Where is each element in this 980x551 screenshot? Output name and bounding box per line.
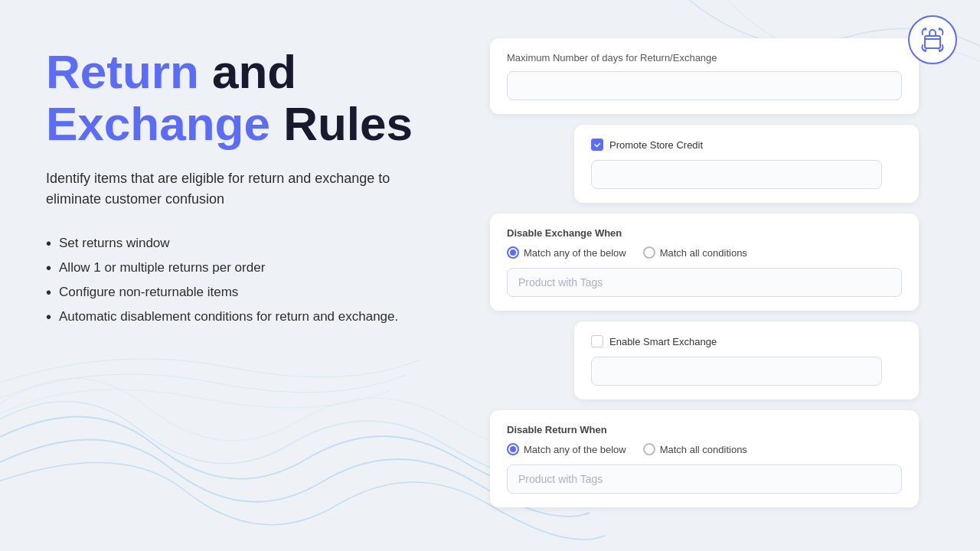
enable-smart-exchange-card: Enable Smart Exchange	[574, 321, 919, 399]
promote-store-credit-card: Promote Store Credit	[574, 125, 919, 203]
hero-title-exchange: Exchange	[46, 97, 270, 150]
disable-return-card: Disable Return When Match any of the bel…	[490, 410, 919, 507]
disable-return-any-label: Match any of the below	[524, 444, 626, 455]
feature-item-1: Set returns window	[46, 233, 444, 254]
hero-title-and: and	[212, 45, 296, 98]
return-radio-any-inner	[510, 446, 516, 452]
promote-store-credit-checkbox[interactable]	[591, 139, 603, 151]
hero-title-rules: Rules	[283, 97, 413, 150]
disable-exchange-card: Disable Exchange When Match any of the b…	[490, 214, 919, 311]
promote-store-credit-input[interactable]	[591, 160, 882, 189]
logo-circle	[908, 15, 957, 64]
hero-title-return: Return	[46, 45, 199, 98]
disable-exchange-input[interactable]	[507, 268, 902, 297]
hero-title: Return and Exchange Rules	[46, 46, 444, 150]
feature-item-2: Allow 1 or multiple returns per order	[46, 257, 444, 279]
feature-item-3: Configure non-returnable items	[46, 282, 444, 303]
left-panel: Return and Exchange Rules Identify items…	[46, 31, 444, 331]
promote-store-credit-label: Promote Store Credit	[609, 139, 703, 151]
disable-return-radio-row: Match any of the below Match all conditi…	[507, 443, 902, 455]
enable-smart-exchange-row: Enable Smart Exchange	[591, 335, 902, 347]
logo-icon	[918, 25, 947, 54]
radio-any-outer	[507, 246, 519, 259]
disable-return-radio-any[interactable]: Match any of the below	[507, 443, 626, 455]
max-days-input[interactable]	[507, 71, 902, 100]
enable-smart-exchange-checkbox[interactable]	[591, 335, 603, 347]
svg-rect-0	[925, 36, 940, 48]
disable-return-all-label: Match all conditions	[660, 444, 747, 455]
disable-exchange-all-label: Match all conditions	[660, 247, 747, 259]
enable-smart-exchange-input[interactable]	[591, 357, 882, 386]
radio-all-outer	[643, 246, 655, 259]
disable-return-radio-all[interactable]: Match all conditions	[643, 443, 747, 455]
right-panel: Maximum Number of days for Return/Exchan…	[490, 31, 919, 507]
return-radio-all-outer	[643, 443, 655, 455]
radio-any-inner	[510, 249, 516, 256]
disable-return-input[interactable]	[507, 465, 902, 494]
hero-subtitle: Identify items that are eligible for ret…	[46, 168, 398, 210]
disable-exchange-radio-all[interactable]: Match all conditions	[643, 246, 747, 259]
feature-item-4: Automatic disablement conditions for ret…	[46, 306, 444, 328]
logo-container	[908, 15, 957, 64]
max-days-label: Maximum Number of days for Return/Exchan…	[507, 52, 902, 64]
disable-return-label: Disable Return When	[507, 424, 902, 435]
disable-exchange-any-label: Match any of the below	[524, 247, 626, 259]
check-icon	[593, 141, 601, 148]
promote-store-credit-row: Promote Store Credit	[591, 139, 902, 151]
disable-exchange-radio-row: Match any of the below Match all conditi…	[507, 246, 902, 259]
enable-smart-exchange-label: Enable Smart Exchange	[609, 336, 717, 347]
disable-exchange-label: Disable Exchange When	[507, 227, 902, 239]
disable-exchange-radio-any[interactable]: Match any of the below	[507, 246, 626, 259]
max-days-card: Maximum Number of days for Return/Exchan…	[490, 38, 919, 114]
features-list: Set returns window Allow 1 or multiple r…	[46, 233, 444, 328]
return-radio-any-outer	[507, 443, 519, 455]
